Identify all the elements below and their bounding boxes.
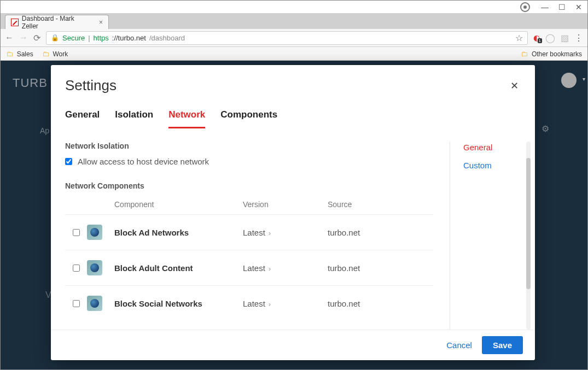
tab-isolation[interactable]: Isolation — [115, 109, 153, 128]
url-path: /dashboard — [149, 34, 185, 42]
chevron-right-icon: › — [269, 265, 271, 273]
save-button[interactable]: Save — [482, 336, 523, 354]
component-version[interactable]: Latest› — [243, 263, 328, 273]
tab-title: Dashboard - Mark Zeller — [22, 15, 91, 30]
row-checkbox[interactable] — [73, 265, 80, 272]
modal-tabs: General Isolation Network Components — [51, 99, 535, 128]
col-component: Component — [114, 200, 243, 209]
window-controls: — ☐ ✕ — [541, 3, 582, 11]
modal-body: Network Isolation Allow access to host d… — [51, 128, 535, 330]
reload-button[interactable]: ⟳ — [33, 33, 40, 43]
browser-toolbar: ← → ⟳ 🔒 Secure | https://turbo.net/dashb… — [1, 29, 587, 47]
component-source: turbo.net — [328, 228, 360, 237]
component-version[interactable]: Latest› — [243, 228, 328, 237]
tab-close-icon[interactable]: × — [99, 19, 103, 26]
app-background: TURB Ap ⚙ V Settings ✕ General Isolation… — [1, 61, 587, 370]
chevron-right-icon: › — [269, 301, 271, 308]
table-row: Block Adult Content Latest› turbo.net — [65, 250, 433, 285]
address-bar[interactable]: 🔒 Secure | https://turbo.net/dashboard ☆ — [46, 31, 528, 45]
modal-sidepane: General Custom — [450, 142, 526, 330]
app-logo: TURB — [13, 76, 48, 90]
modal-close-button[interactable]: ✕ — [510, 80, 519, 92]
bookmarks-bar: 🗀 Sales 🗀 Work 🗀 Other bookmarks — [1, 47, 587, 61]
url-protocol: https — [94, 34, 109, 42]
bookmark-folder-sales[interactable]: 🗀 Sales — [6, 50, 33, 58]
row-checkbox[interactable] — [73, 229, 80, 236]
section-title-isolation: Network Isolation — [65, 142, 433, 150]
close-window-button[interactable]: ✕ — [575, 3, 582, 11]
settings-modal: Settings ✕ General Isolation Network Com… — [51, 65, 535, 360]
app-avatar[interactable] — [561, 73, 577, 88]
modal-scroll-area: Network Isolation Allow access to host d… — [65, 142, 450, 330]
component-name: Block Adult Content — [114, 263, 243, 273]
extension-icon-1[interactable]: ◐1 — [533, 33, 540, 42]
col-source: Source — [328, 200, 352, 209]
browser-menu-button[interactable]: ⋮ — [574, 33, 583, 43]
forward-button[interactable]: → — [19, 33, 28, 43]
section-title-components: Network Components — [65, 181, 433, 190]
sidelink-custom[interactable]: Custom — [463, 161, 526, 170]
sidelink-general[interactable]: General — [463, 143, 526, 152]
cancel-button[interactable]: Cancel — [446, 340, 472, 350]
window-titlebar: — ☐ ✕ — [1, 1, 587, 13]
lock-icon: 🔒 — [51, 34, 59, 42]
component-source: turbo.net — [328, 299, 360, 308]
url-host: ://turbo.net — [112, 34, 146, 42]
tab-general[interactable]: General — [65, 109, 100, 128]
component-source: turbo.net — [328, 263, 360, 273]
table-row: Block Social Networks Latest› turbo.net — [65, 285, 433, 321]
allow-host-network-label: Allow access to host device network — [78, 157, 209, 166]
extension-icon-3[interactable]: ▧ — [561, 33, 569, 43]
component-name: Block Social Networks — [114, 299, 243, 308]
modal-scrollbar[interactable] — [526, 142, 531, 330]
modal-header: Settings ✕ — [51, 65, 535, 99]
extension-icon-2[interactable]: ◯ — [545, 33, 555, 43]
table-row: Block Ad Networks Latest› turbo.net — [65, 214, 433, 250]
tab-network[interactable]: Network — [168, 109, 205, 128]
globe-icon — [87, 260, 102, 275]
bookmark-folder-work[interactable]: 🗀 Work — [42, 50, 68, 58]
app-gear-icon[interactable]: ⚙ — [542, 124, 549, 134]
extension-icons: ◐1 ◯ ▧ — [533, 33, 569, 43]
tab-favicon — [11, 19, 19, 26]
component-version[interactable]: Latest› — [243, 299, 328, 308]
other-bookmarks[interactable]: 🗀 Other bookmarks — [521, 50, 582, 58]
maximize-button[interactable]: ☐ — [558, 3, 566, 11]
scrollbar-thumb[interactable] — [526, 158, 531, 289]
secure-label: Secure — [62, 34, 85, 42]
tab-components[interactable]: Components — [220, 109, 277, 128]
browser-tabstrip: Dashboard - Mark Zeller × — [1, 13, 587, 29]
globe-icon — [87, 296, 102, 311]
components-table-header: Component Version Source — [65, 197, 433, 214]
chrome-profile-icon[interactable] — [520, 2, 530, 12]
col-version: Version — [243, 200, 328, 209]
app-nav-partial: Ap — [40, 126, 49, 135]
chevron-right-icon: › — [269, 230, 271, 237]
bookmark-star-icon[interactable]: ☆ — [515, 33, 523, 43]
browser-tab-active[interactable]: Dashboard - Mark Zeller × — [5, 15, 109, 29]
row-checkbox[interactable] — [73, 300, 80, 307]
globe-icon — [87, 225, 102, 240]
modal-title: Settings — [65, 77, 117, 94]
back-button[interactable]: ← — [5, 33, 14, 43]
allow-host-network-checkbox[interactable] — [65, 158, 72, 165]
component-name: Block Ad Networks — [114, 228, 243, 237]
modal-footer: Cancel Save — [51, 330, 535, 360]
minimize-button[interactable]: — — [541, 3, 549, 11]
